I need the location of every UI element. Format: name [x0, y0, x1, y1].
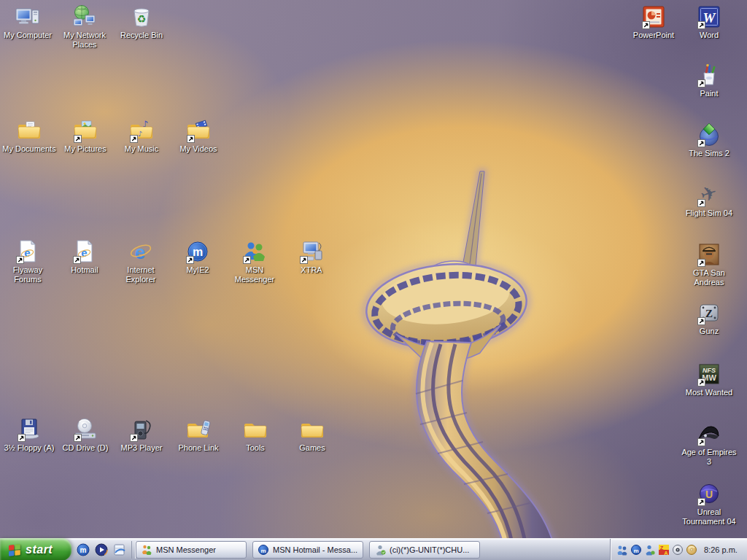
phone-link-icon	[186, 417, 211, 442]
desktop-icon-flyaway-forums[interactable]: e Flyaway Forums	[0, 239, 55, 284]
cd-drive-icon	[73, 417, 98, 442]
gold-disc-tray-icon[interactable]	[686, 544, 697, 556]
desktop-icon-xtra[interactable]: XTRA	[284, 239, 339, 275]
icon-label: MP3 Player	[114, 443, 169, 453]
desktop-icon-my-pictures[interactable]: My Pictures	[58, 118, 113, 154]
icon-label: Most Wanted	[680, 388, 738, 397]
desktop-icon-msn-messenger[interactable]: MSN Messenger	[227, 239, 282, 284]
the-sims-2-icon	[697, 122, 721, 147]
icon-label: GTA San Andreas	[680, 268, 738, 287]
desktop-icon-gta-san-andreas[interactable]: GTA San Andreas	[680, 242, 738, 287]
start-button[interactable]: start	[0, 538, 71, 560]
desktop-icon-floppy-a[interactable]: 3½ Floppy (A)	[1, 417, 57, 453]
icon-label: 3½ Floppy (A)	[1, 443, 57, 453]
icon-label: My Pictures	[58, 144, 113, 154]
internet-explorer-icon: e	[128, 239, 153, 264]
icon-label: My Videos	[171, 144, 226, 154]
icon-label: My Music	[114, 144, 169, 154]
messenger-contact-icon	[374, 544, 386, 556]
icon-label: Internet Explorer	[113, 265, 169, 284]
age-of-empires-3-icon	[697, 421, 721, 446]
gunz-icon: Z	[697, 300, 721, 325]
desktop-icon-recycle-bin[interactable]: ♻ Recycle Bin	[114, 4, 169, 40]
my-network-places-icon	[72, 4, 97, 29]
hotmail-icon: e	[72, 239, 97, 264]
icon-label: Unreal Tournament 04	[680, 508, 738, 526]
desktop-icon-internet-explorer[interactable]: e Internet Explorer	[113, 239, 169, 284]
desktop-icon-unreal-tournament-04[interactable]: U Unreal Tournament 04	[680, 481, 738, 526]
icon-label: MSN Messenger	[227, 265, 282, 284]
icon-label: Flyaway Forums	[0, 265, 55, 284]
desktop-icon-my-videos[interactable]: My Videos	[171, 118, 226, 154]
gta-san-andreas-icon	[697, 242, 721, 267]
myie2-icon: m	[185, 239, 210, 264]
desktop-icon-hotmail[interactable]: e Hotmail	[57, 239, 112, 275]
media-disc-tray-icon[interactable]	[672, 544, 684, 556]
unreal-tournament-04-icon: U	[697, 481, 721, 506]
shortcut-arrow-icon	[73, 256, 81, 264]
svg-text:Z: Z	[660, 545, 664, 551]
desktop-icon-my-network-places[interactable]: My Network Places	[57, 4, 112, 50]
desktop-icon-mp3-player[interactable]: MP3 Player	[114, 417, 169, 453]
taskbar-button-msn-hotmail[interactable]: m MSN Hotmail - Messa...	[252, 541, 363, 559]
desktop-icon-word[interactable]: W Word	[681, 4, 737, 40]
desktop-icon-my-documents[interactable]: My Documents	[1, 118, 57, 154]
shortcut-arrow-icon	[130, 434, 138, 442]
desktop-icon-my-music[interactable]: ♪♪ My Music	[114, 118, 169, 154]
windows-media-player-icon[interactable]	[94, 542, 109, 557]
myie2-tray-icon[interactable]: m	[630, 544, 642, 556]
desktop-icon-cd-drive-d[interactable]: CD Drive (D)	[58, 417, 113, 453]
taskbar-button-msn-messenger[interactable]: MSN Messenger	[136, 541, 247, 559]
my-computer-icon	[15, 4, 40, 29]
my-documents-icon	[17, 118, 42, 143]
desktop-icon-gunz[interactable]: Z Gunz	[680, 300, 738, 336]
icon-label: Word	[681, 31, 737, 40]
desktop-icon-the-sims-2[interactable]: The Sims 2	[680, 122, 738, 158]
desktop-icon-my-computer[interactable]: My Computer	[0, 4, 55, 40]
icon-label: Recycle Bin	[114, 31, 169, 40]
start-button-label: start	[26, 543, 53, 556]
myie2-quicklaunch-icon[interactable]: m	[76, 542, 90, 557]
desktop-icon-flight-sim-04[interactable]: ✈ Flight Sim 04	[680, 182, 738, 218]
quick-launch-bar: m	[76, 539, 127, 560]
svg-text:A: A	[664, 550, 668, 556]
my-pictures-icon	[73, 118, 98, 143]
shortcut-arrow-icon	[697, 199, 705, 207]
messenger-group-tray-icon[interactable]	[616, 544, 628, 556]
svg-text:♪: ♪	[138, 130, 142, 138]
taskbar-button-gunit-chat[interactable]: (ci)(*)G-UNIT(*)CHU...	[369, 541, 480, 559]
desktop-icon-most-wanted[interactable]: NFSMW Most Wanted	[680, 362, 738, 397]
shortcut-arrow-icon	[187, 135, 195, 143]
outlook-express-icon[interactable]	[112, 542, 127, 557]
desktop-icon-powerpoint[interactable]: PowerPoint	[626, 4, 681, 40]
floppy-disk-icon	[17, 417, 42, 442]
desktop-icon-myie2[interactable]: m MyIE2	[170, 239, 225, 275]
desktop-icon-paint[interactable]: Paint	[681, 63, 737, 98]
desktop-icon-phone-link[interactable]: Phone Link	[171, 417, 226, 453]
flight-sim-04-icon: ✈	[697, 182, 721, 207]
tools-folder-icon	[243, 417, 268, 442]
svg-text:m: m	[80, 546, 87, 554]
svg-text:m: m	[193, 246, 203, 258]
desktop-icon-games[interactable]: Games	[285, 417, 340, 453]
myie2-icon: m	[258, 544, 269, 556]
icon-label: XTRA	[284, 265, 339, 275]
windows-flag-icon	[7, 542, 22, 557]
taskbar-clock[interactable]: 8:26 p.m.	[704, 545, 738, 554]
messenger-contact-tray-icon[interactable]	[644, 544, 656, 556]
powerpoint-icon	[641, 4, 666, 29]
shortcut-arrow-icon	[74, 434, 82, 442]
desktop-icon-tools[interactable]: Tools	[228, 417, 283, 453]
shortcut-arrow-icon	[18, 434, 26, 442]
sky-tower-wallpaper-graphic	[0, 0, 747, 560]
shortcut-arrow-icon	[642, 21, 650, 29]
desktop-icon-age-of-empires-3[interactable]: Age of Empires 3	[680, 421, 738, 467]
zonealarm-tray-icon[interactable]: ZA	[658, 544, 670, 556]
msn-messenger-icon	[242, 239, 267, 264]
shortcut-arrow-icon	[130, 135, 138, 143]
svg-text:e: e	[135, 241, 145, 263]
icon-label: Flight Sim 04	[680, 209, 738, 218]
icon-label: Gunz	[680, 327, 738, 336]
shortcut-arrow-icon	[697, 21, 705, 29]
svg-text:m: m	[260, 548, 266, 554]
